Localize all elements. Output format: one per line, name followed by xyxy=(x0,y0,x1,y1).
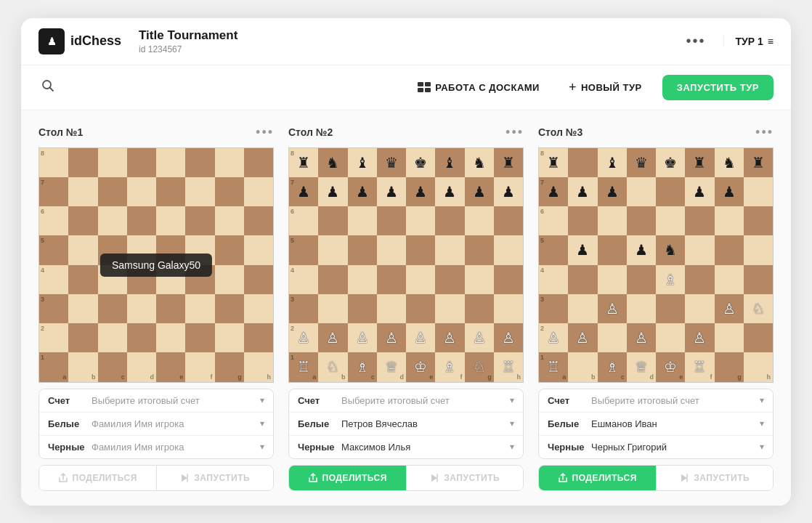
piece-b7: ♟ xyxy=(326,183,339,200)
cell-c5 xyxy=(98,235,127,264)
board-1-black-row: Черные Фамилия Имя игрока ▾ xyxy=(39,436,273,458)
cell-c5 xyxy=(348,235,377,264)
cell-b7: ♟ xyxy=(568,177,597,206)
cell-a2: 2 xyxy=(39,323,68,352)
boards-action-button[interactable]: РАБОТА С ДОСКАМИ xyxy=(409,76,548,99)
cell-a2: 2♙ xyxy=(539,323,568,352)
cell-a1: 1a♖ xyxy=(289,352,318,381)
board-3-white-chevron: ▾ xyxy=(760,418,764,429)
cell-h5 xyxy=(744,235,773,264)
header-actions: ••• ТУР 1 ≡ xyxy=(681,30,774,52)
board-2-score-chevron: ▾ xyxy=(510,395,514,405)
new-round-button[interactable]: + НОВЫЙ ТУР xyxy=(560,74,651,101)
cell-h2 xyxy=(744,323,773,352)
cell-d8: ♛ xyxy=(377,148,406,177)
piece-d2: ♙ xyxy=(635,329,648,346)
cell-e6 xyxy=(156,206,185,235)
logo-text: idChess xyxy=(70,33,121,49)
piece-d2: ♙ xyxy=(385,329,398,346)
piece-e1: ♔ xyxy=(414,358,427,376)
cell-e2 xyxy=(656,323,685,352)
piece-c3: ♙ xyxy=(606,300,619,317)
board-2-run-label: ЗАПУСТИТЬ xyxy=(444,473,500,483)
board-1-share-button[interactable]: ПОДЕЛИТЬСЯ xyxy=(39,466,157,490)
board-2-black-row: Черные Максимов Илья ▾ xyxy=(289,436,523,458)
cell-c1: c♗ xyxy=(598,352,627,381)
board-1-run-button[interactable]: ЗАПУСТИТЬ xyxy=(157,466,274,490)
piece-f2: ♙ xyxy=(693,329,706,346)
cell-h2 xyxy=(244,323,273,352)
board-2-black-select[interactable]: Максимов Илья xyxy=(341,442,504,453)
cell-d7: ♟ xyxy=(377,177,406,206)
board-3-dots[interactable]: ••• xyxy=(755,125,774,140)
board-3-share-button[interactable]: ПОДЕЛИТЬСЯ xyxy=(539,466,657,490)
cell-e8: ♚ xyxy=(406,148,435,177)
start-round-button[interactable]: ЗАПУСТИТЬ ТУР xyxy=(662,75,774,100)
piece-d1: ♕ xyxy=(385,358,398,376)
new-round-label: НОВЫЙ ТУР xyxy=(581,82,642,93)
cell-e8 xyxy=(156,148,185,177)
board-3-share-label: ПОДЕЛИТЬСЯ xyxy=(572,473,637,483)
app-container: ♟ idChess Title Tournament id 1234567 ••… xyxy=(21,18,791,506)
round-badge: ТУР 1 ≡ xyxy=(723,36,774,47)
cell-c4 xyxy=(598,265,627,294)
cell-f6 xyxy=(685,206,714,235)
board-2-dots[interactable]: ••• xyxy=(506,125,524,140)
board-1-title: Стол №1 xyxy=(38,126,83,138)
board-3-run-button[interactable]: ЗАПУСТИТЬ xyxy=(657,466,774,490)
cell-g2: ♙ xyxy=(465,323,494,352)
board-1-white-select[interactable]: Фамилия Имя игрока xyxy=(92,418,254,429)
cell-d7 xyxy=(627,177,656,206)
cell-h7 xyxy=(244,177,273,206)
piece-d8: ♛ xyxy=(635,154,648,171)
board-2-white-select[interactable]: Петров Вячеслав xyxy=(341,418,504,429)
board-3-black-select[interactable]: Черных Григорий xyxy=(591,442,754,453)
board-3-header: Стол №3 ••• xyxy=(538,125,774,140)
cell-b2: ♙ xyxy=(568,323,597,352)
cell-f7 xyxy=(185,177,214,206)
cell-b3 xyxy=(568,294,597,323)
board-2-score-select[interactable]: Выберите итоговый счет xyxy=(341,395,504,406)
piece-d1: ♕ xyxy=(635,358,648,376)
cell-e3 xyxy=(406,294,435,323)
piece-g8: ♞ xyxy=(473,154,486,171)
cell-d1: d xyxy=(127,352,156,381)
cell-e5 xyxy=(406,235,435,264)
board-1-score-select[interactable]: Выберите итоговый счет xyxy=(92,395,254,406)
cell-h5 xyxy=(494,235,523,264)
cell-c7: ♟ xyxy=(598,177,627,206)
cell-a6: 6 xyxy=(39,206,68,235)
board-3-white-label: Белые xyxy=(548,418,585,429)
search-button[interactable] xyxy=(38,76,57,99)
cell-c7: ♟ xyxy=(348,177,377,206)
board-1-form: Счет Выберите итоговый счет ▾ Белые Фами… xyxy=(38,389,274,459)
logo-icon: ♟ xyxy=(38,28,65,54)
header-dots-button[interactable]: ••• xyxy=(681,30,712,52)
cell-h1: h xyxy=(244,352,273,381)
board-1-dots[interactable]: ••• xyxy=(256,125,274,140)
cell-b8 xyxy=(568,148,597,177)
cell-e5 xyxy=(156,235,185,264)
cell-b1: b xyxy=(568,352,597,381)
board-3-white-select[interactable]: Ешманов Иван xyxy=(591,418,754,429)
piece-e5: ♞ xyxy=(664,241,677,259)
board-2-run-button[interactable]: ЗАПУСТИТЬ xyxy=(407,466,524,490)
board-1-white-label: Белые xyxy=(48,418,86,429)
cell-g6 xyxy=(465,206,494,235)
cell-a8: 8 xyxy=(39,148,68,177)
tournament-title: Title Tournament xyxy=(139,28,681,43)
piece-g7: ♟ xyxy=(473,183,486,200)
cell-g8 xyxy=(215,148,244,177)
cell-f1: f♖ xyxy=(685,352,714,381)
piece-g3: ♙ xyxy=(723,300,736,317)
cell-g1: g♘ xyxy=(465,352,494,381)
round-list-icon[interactable]: ≡ xyxy=(768,36,774,47)
cell-d3 xyxy=(377,294,406,323)
board-3-score-select[interactable]: Выберите итоговый счет xyxy=(591,395,754,406)
piece-d7: ♟ xyxy=(385,183,398,200)
cell-e2: ♙ xyxy=(406,323,435,352)
board-2-share-button[interactable]: ПОДЕЛИТЬСЯ xyxy=(289,466,407,490)
piece-e1: ♔ xyxy=(664,358,677,376)
cell-h8: ♜ xyxy=(494,148,523,177)
board-1-black-select[interactable]: Фамилия Имя игрока xyxy=(92,442,254,453)
